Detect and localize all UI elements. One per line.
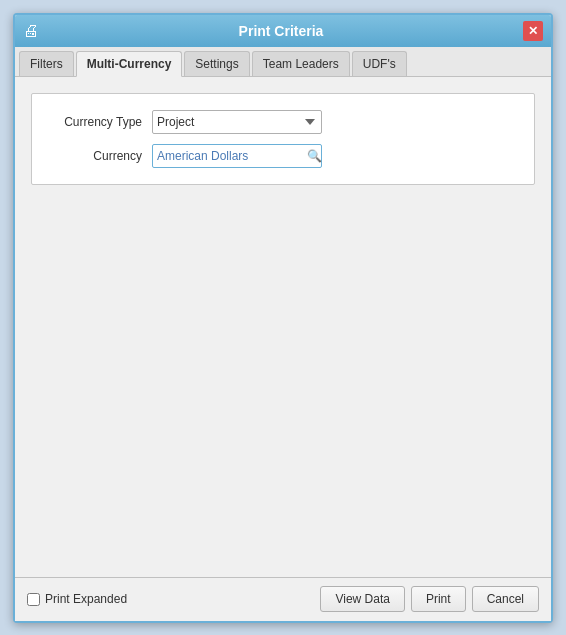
view-data-button[interactable]: View Data	[320, 586, 404, 612]
dialog-window: 🖨 Print Criteria ✕ Filters Multi-Currenc…	[13, 13, 553, 623]
search-icon[interactable]: 🔍	[307, 149, 322, 163]
currency-row: Currency 🔍	[52, 144, 514, 168]
title-bar-icon: 🖨	[23, 22, 39, 40]
content-area: Currency Type Project Currency 🔍	[15, 77, 551, 577]
footer-left: Print Expanded	[27, 592, 127, 606]
footer: Print Expanded View Data Print Cancel	[15, 577, 551, 621]
print-expanded-label: Print Expanded	[45, 592, 127, 606]
currency-type-row: Currency Type Project	[52, 110, 514, 134]
form-panel: Currency Type Project Currency 🔍	[31, 93, 535, 185]
print-button[interactable]: Print	[411, 586, 466, 612]
currency-input-wrapper: 🔍	[152, 144, 322, 168]
cancel-button[interactable]: Cancel	[472, 586, 539, 612]
tab-team-leaders[interactable]: Team Leaders	[252, 51, 350, 76]
close-button[interactable]: ✕	[523, 21, 543, 41]
currency-label: Currency	[52, 149, 152, 163]
print-expanded-checkbox-wrapper[interactable]: Print Expanded	[27, 592, 127, 606]
title-bar-text: Print Criteria	[39, 23, 523, 39]
tab-settings[interactable]: Settings	[184, 51, 249, 76]
tab-filters[interactable]: Filters	[19, 51, 74, 76]
print-expanded-checkbox[interactable]	[27, 593, 40, 606]
currency-type-label: Currency Type	[52, 115, 152, 129]
currency-input[interactable]	[157, 149, 307, 163]
tab-bar: Filters Multi-Currency Settings Team Lea…	[15, 47, 551, 77]
footer-right: View Data Print Cancel	[320, 586, 539, 612]
tab-multi-currency[interactable]: Multi-Currency	[76, 51, 183, 77]
title-bar: 🖨 Print Criteria ✕	[15, 15, 551, 47]
tab-udfs[interactable]: UDF's	[352, 51, 407, 76]
currency-type-select[interactable]: Project	[152, 110, 322, 134]
